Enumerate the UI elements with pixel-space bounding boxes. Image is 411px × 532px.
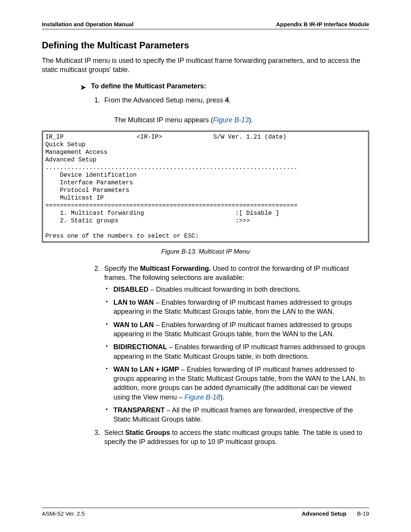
option-transparent: TRANSPARENT – All the IP multicast frame… (104, 406, 369, 424)
intro-paragraph: The Multicast IP menu is used to specify… (42, 56, 369, 75)
footer-page: B-19 (357, 510, 369, 517)
option-name: LAN to WAN (113, 299, 154, 306)
footer-section: Advanced Setup (302, 510, 347, 517)
option-name: TRANSPARENT (113, 406, 165, 414)
page-header: Installation and Operation Manual Append… (42, 21, 369, 29)
footer-right: Advanced SetupB-19 (302, 510, 369, 517)
page-footer: ASMi-52 Ver. 2.5 Advanced SetupB-19 (42, 508, 369, 517)
step-1-prefix: From the Advanced Setup menu, press (104, 96, 225, 104)
result-suffix: ). (249, 116, 253, 124)
footer-left: ASMi-52 Ver. 2.5 (42, 510, 85, 517)
step-1: From the Advanced Setup menu, press 4. (102, 96, 369, 105)
header-left: Installation and Operation Manual (42, 21, 134, 27)
figure-reference-b13[interactable]: Figure B-13 (213, 116, 249, 124)
step-3-prefix: Select (104, 429, 125, 436)
option-name: WAN to LAN (113, 321, 154, 329)
procedure-steps-cont: Specify the Multicast Forwarding. Used t… (91, 264, 369, 449)
step-1-result: The Multicast IP menu appears (Figure B-… (114, 115, 369, 125)
option-name: DISABLED (113, 286, 148, 293)
option-name: BIDIRECTIONAL (113, 343, 167, 351)
section-heading: Defining the Multicast Parameters (42, 40, 369, 51)
task-heading-row: ➤ To define the Multicast Parameters: (80, 82, 369, 92)
option-lan-to-wan: LAN to WAN – Enables forwarding of IP mu… (104, 298, 369, 316)
step-3: Select Static Groups to access the stati… (102, 428, 369, 447)
option-text-after: ). (220, 393, 225, 401)
option-bidirectional: BIDIRECTIONAL – Enables forwarding of IP… (104, 342, 369, 361)
option-list: DISABLED – Disables multicast forwarding… (104, 285, 369, 424)
task-heading: To define the Multicast Parameters: (91, 82, 206, 90)
option-wan-to-lan: WAN to LAN – Enables forwarding of IP mu… (104, 320, 369, 339)
option-name: WAN to LAN + IGMP (113, 366, 179, 373)
step-2-bold: Multicast Forwarding. (140, 265, 211, 272)
step-3-bold: Static Groups (125, 429, 170, 436)
figure-caption: Figure B-13. Multicast IP Menu (42, 248, 369, 256)
option-wan-to-lan-igmp: WAN to LAN + IGMP – Enables forwarding o… (104, 365, 369, 402)
option-text: – Disables multicast forwarding in both … (148, 286, 301, 293)
figure-reference-b18[interactable]: Figure B-18 (185, 393, 220, 401)
terminal-screenshot: IR_IP <IR-IP> S/W Ver. 1.21 (date) Quick… (42, 131, 369, 243)
result-prefix: The Multicast IP menu appears ( (114, 116, 213, 124)
step-1-suffix: . (229, 96, 231, 104)
step-2: Specify the Multicast Forwarding. Used t… (102, 264, 369, 424)
arrow-icon: ➤ (80, 83, 86, 92)
option-disabled: DISABLED – Disables multicast forwarding… (104, 285, 369, 294)
step-2-prefix: Specify the (104, 265, 140, 272)
procedure-steps: From the Advanced Setup menu, press 4. (91, 96, 369, 107)
header-right: Appendix B IR-IP Interface Module (276, 21, 369, 27)
step-1-key: 4 (225, 96, 229, 104)
